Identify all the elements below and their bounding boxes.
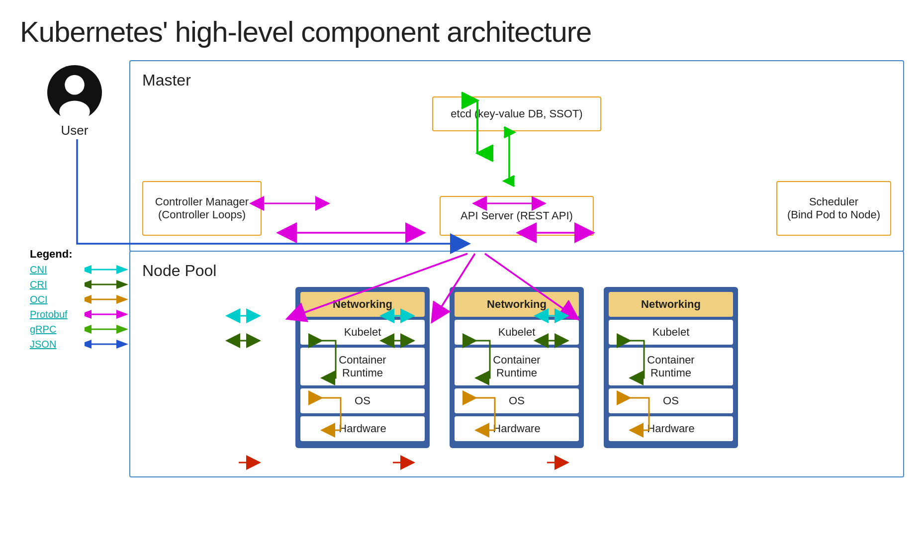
node3-networking: Networking <box>609 292 733 317</box>
legend-box: Legend: CNI CRI <box>30 248 129 353</box>
node3-os: OS <box>609 388 733 413</box>
node1-box: Networking Kubelet ContainerRuntime OS H… <box>295 287 430 448</box>
legend-arrow-grpc <box>85 323 129 335</box>
node1-container-runtime: ContainerRuntime <box>300 348 425 385</box>
api-server-box: API Server (REST API) <box>440 196 594 236</box>
legend-link-cri[interactable]: CRI <box>30 279 80 290</box>
user-figure: User <box>47 65 102 138</box>
node1-networking: Networking <box>300 292 425 317</box>
page-title: Kubernetes' high-level component archite… <box>20 15 904 48</box>
nodes-row: Networking Kubelet ContainerRuntime OS H… <box>142 287 891 462</box>
nodepool-label: Node Pool <box>142 262 891 280</box>
node2-box: Networking Kubelet ContainerRuntime OS H… <box>450 287 584 448</box>
node1-container: Networking Kubelet ContainerRuntime OS H… <box>295 287 430 462</box>
node3-container: Networking Kubelet ContainerRuntime OS H… <box>604 287 738 462</box>
user-icon <box>47 65 102 120</box>
node3-container-runtime: ContainerRuntime <box>609 348 733 385</box>
legend-link-json[interactable]: JSON <box>30 339 80 350</box>
legend-link-oci[interactable]: OCI <box>30 294 80 305</box>
legend-arrow-cni <box>85 264 129 276</box>
node2-container-runtime: ContainerRuntime <box>455 348 579 385</box>
user-label: User <box>61 123 89 138</box>
legend-item-json[interactable]: JSON <box>30 338 129 350</box>
node2-hardware: Hardware <box>455 416 579 441</box>
etcd-box: etcd (key-value DB, SSOT) <box>432 96 601 131</box>
legend-item-cni[interactable]: CNI <box>30 264 129 276</box>
legend-link-grpc[interactable]: gRPC <box>30 324 80 335</box>
legend-arrow-cri <box>85 279 129 290</box>
node2-label: Node 2 <box>501 450 533 462</box>
legend-link-protobuf[interactable]: Protobuf <box>30 309 80 320</box>
node3-kubelet: Kubelet <box>609 320 733 345</box>
node2-os: OS <box>455 388 579 413</box>
master-label: Master <box>142 71 891 90</box>
node1-os: OS <box>300 388 425 413</box>
node2-container: Networking Kubelet ContainerRuntime OS H… <box>450 287 584 462</box>
node3-hardware: Hardware <box>609 416 733 441</box>
scheduler-box: Scheduler(Bind Pod to Node) <box>776 181 891 236</box>
legend-item-protobuf[interactable]: Protobuf <box>30 308 129 320</box>
node2-networking: Networking <box>455 292 579 317</box>
node3-box: Networking Kubelet ContainerRuntime OS H… <box>604 287 738 448</box>
legend-item-oci[interactable]: OCI <box>30 293 129 305</box>
legend-arrow-json <box>85 338 129 350</box>
legend-item-grpc[interactable]: gRPC <box>30 323 129 335</box>
master-box: Master etcd (key-value DB, SSOT) Control… <box>129 60 904 252</box>
legend-item-cri[interactable]: CRI <box>30 279 129 290</box>
legend-arrow-protobuf <box>85 308 129 320</box>
node1-hardware: Hardware <box>300 416 425 441</box>
node1-kubelet: Kubelet <box>300 320 425 345</box>
node2-kubelet: Kubelet <box>455 320 579 345</box>
node1-label: Node 1 <box>347 450 379 462</box>
legend-arrow-oci <box>85 293 129 305</box>
svg-point-1 <box>65 75 85 95</box>
node3-label: Node 3 <box>655 450 687 462</box>
nodepool-box: Node Pool Networking Kubelet ContainerRu… <box>129 251 904 477</box>
legend-link-cni[interactable]: CNI <box>30 264 80 276</box>
legend-title: Legend: <box>30 248 129 261</box>
controller-box: Controller Manager(Controller Loops) <box>142 181 262 236</box>
